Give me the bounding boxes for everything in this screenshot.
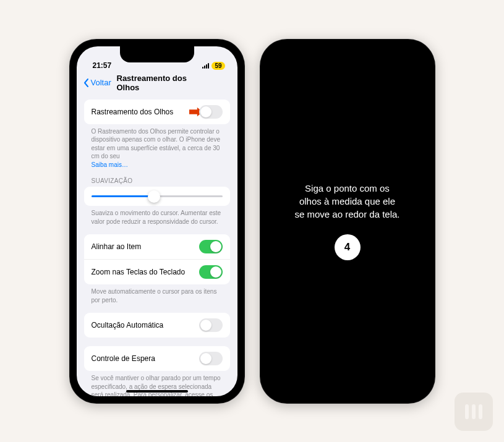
calibration-screen: Siga o ponto com os olhos à medida que e… xyxy=(267,46,428,396)
nav-bar: Voltar Rastreamento dos Olhos xyxy=(77,71,237,95)
back-label: Voltar xyxy=(91,78,111,87)
chevron-left-icon xyxy=(83,78,90,88)
row-label: Zoom nas Teclas do Teclado xyxy=(92,268,186,276)
logo-icon xyxy=(463,401,485,423)
phone-left: 21:57 59 Voltar Rastreamento dos Olhos R… xyxy=(69,39,245,404)
home-indicator xyxy=(126,390,188,393)
status-indicators: 59 xyxy=(202,62,224,70)
group-dwell: Controle de Espera Se você mantiver o ol… xyxy=(84,346,230,396)
row-label: Ocultação Automática xyxy=(92,321,164,329)
phone-right: Siga o ponto com os olhos à medida que e… xyxy=(260,39,435,404)
snap-footer: Move automaticamente o cursor para os it… xyxy=(84,284,230,304)
row-eye-tracking[interactable]: Rastreamento dos Olhos xyxy=(84,100,230,124)
row-autohide[interactable]: Ocultação Automática xyxy=(84,313,230,338)
calibration-instruction: Siga o ponto com os olhos à medida que e… xyxy=(294,182,399,221)
group-smoothing: SUAVIZAÇÃO Suaviza o movimento do cursor… xyxy=(84,177,230,226)
settings-content: Rastreamento dos Olhos O Rastreamento do… xyxy=(77,95,237,396)
toggle-autohide[interactable] xyxy=(199,318,223,332)
group-autohide: Ocultação Automática xyxy=(84,313,230,338)
row-snap-item[interactable]: Alinhar ao Item xyxy=(84,234,230,260)
row-zoom-keys[interactable]: Zoom nas Teclas do Teclado xyxy=(84,260,230,284)
svg-rect-0 xyxy=(465,404,469,419)
group-snap: Alinhar ao Item Zoom nas Teclas do Tecla… xyxy=(84,234,230,304)
smoothing-slider[interactable] xyxy=(92,195,223,197)
battery-badge: 59 xyxy=(211,62,224,70)
signal-icon xyxy=(202,62,209,69)
back-button[interactable]: Voltar xyxy=(83,78,111,88)
row-label: Alinhar ao Item xyxy=(92,242,142,251)
tracking-footer: O Rastreamento dos Olhos permite control… xyxy=(84,124,230,169)
toggle-eye-tracking[interactable] xyxy=(199,105,223,119)
row-label: Controle de Espera xyxy=(92,354,155,363)
toggle-dwell[interactable] xyxy=(199,352,223,365)
row-smoothing-slider xyxy=(84,187,230,206)
status-time: 21:57 xyxy=(93,61,112,70)
toggle-zoom-keys[interactable] xyxy=(199,265,223,279)
notch xyxy=(120,46,194,62)
countdown-number: 4 xyxy=(344,241,350,253)
settings-screen: 21:57 59 Voltar Rastreamento dos Olhos R… xyxy=(77,46,237,396)
row-dwell[interactable]: Controle de Espera xyxy=(84,346,230,371)
smoothing-header: SUAVIZAÇÃO xyxy=(84,177,230,187)
slider-thumb[interactable] xyxy=(148,190,160,203)
watermark-logo xyxy=(455,393,493,431)
toggle-snap-item[interactable] xyxy=(199,240,223,253)
notch xyxy=(310,46,385,62)
calibration-dot: 4 xyxy=(335,234,361,260)
svg-rect-2 xyxy=(479,404,482,419)
group-tracking: Rastreamento dos Olhos O Rastreamento do… xyxy=(84,100,230,169)
smoothing-footer: Suaviza o movimento do cursor. Aumentar … xyxy=(84,206,230,226)
svg-rect-1 xyxy=(472,404,476,419)
page-title: Rastreamento dos Olhos xyxy=(117,74,197,92)
row-label: Rastreamento dos Olhos xyxy=(92,108,174,116)
learn-more-link[interactable]: Saiba mais… xyxy=(92,161,128,168)
